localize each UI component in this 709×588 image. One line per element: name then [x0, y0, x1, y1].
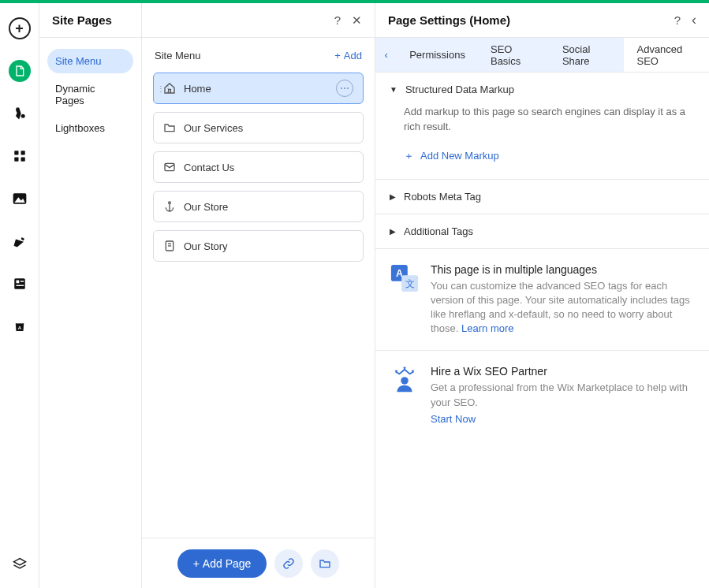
section-robots: ▶ Robots Meta Tag [375, 180, 709, 214]
close-icon[interactable]: ✕ [352, 13, 362, 28]
translate-icon: A文 [390, 263, 420, 293]
page-item-contact-us[interactable]: Contact Us [153, 151, 364, 183]
page-label: Our Store [184, 201, 228, 213]
info-multilanguage: A文 This page is in multiple languages Yo… [375, 249, 709, 351]
svg-rect-1 [14, 151, 18, 154]
left-rail: + A [0, 3, 39, 588]
add-item-link[interactable]: + Add [334, 50, 362, 61]
site-menu-subtitle: Site Menu [155, 50, 201, 61]
add-markup-link[interactable]: ＋ Add New Markup [390, 138, 695, 168]
content-icon[interactable] [9, 273, 31, 295]
plus-icon: ＋ [404, 149, 414, 163]
tab-permissions[interactable]: Permissions [397, 38, 478, 72]
section-toggle-robots[interactable]: ▶ Robots Meta Tag [390, 191, 695, 203]
page-item-our-store[interactable]: Our Store [153, 191, 364, 222]
page-item-home[interactable]: ⋮⋮ Home ⋯ [153, 73, 364, 104]
tab-social-share[interactable]: Social Share [550, 38, 625, 72]
theme-icon[interactable] [9, 102, 31, 125]
page-label: Contact Us [184, 162, 234, 173]
help-icon[interactable]: ? [334, 13, 341, 27]
page-label: Our Story [184, 240, 228, 252]
section-toggle-structured[interactable]: ▼ Structured Data Markup [390, 84, 695, 95]
svg-rect-7 [14, 278, 25, 289]
section-structured-data: ▼ Structured Data Markup Add markup to t… [375, 73, 709, 180]
svg-rect-2 [21, 151, 24, 154]
page-label: Home [184, 83, 211, 95]
svg-rect-4 [21, 158, 24, 162]
info-lang-title: This page is in multiple languages [431, 263, 695, 276]
plus-icon: + [193, 557, 200, 570]
more-icon[interactable]: ⋯ [336, 80, 353, 97]
svg-rect-10 [16, 285, 24, 287]
folder-button-icon[interactable] [311, 549, 339, 578]
chevron-right-icon: ▶ [390, 227, 396, 236]
info-lang-text: You can customize the advanced SEO tags … [431, 279, 695, 337]
info-seo-partner: Hire a Wix SEO Partner Get a professiona… [375, 350, 709, 438]
page-settings-panel: Page Settings (Home) ? ‹ ‹ Permissions S… [375, 3, 709, 588]
help-icon[interactable]: ? [674, 13, 681, 27]
page-item-our-services[interactable]: Our Services [153, 112, 364, 143]
tab-advanced-seo[interactable]: Advanced SEO [624, 38, 709, 72]
apps-icon[interactable] [9, 145, 31, 167]
anchor-icon [163, 200, 176, 213]
expert-icon [390, 365, 420, 395]
add-icon[interactable]: + [9, 17, 31, 39]
info-seo-text: Get a professional from the Wix Marketpl… [431, 381, 695, 409]
svg-text:A: A [17, 326, 21, 330]
svg-point-13 [169, 202, 171, 204]
pages-nav-panel: Site Pages Site Menu Dynamic Pages Light… [39, 3, 142, 588]
nav-lightboxes[interactable]: Lightboxes [47, 116, 133, 140]
page-settings-title: Page Settings (Home) [388, 13, 674, 27]
site-pages-title: Site Pages [52, 13, 129, 27]
media-icon[interactable] [9, 188, 31, 210]
chevron-right-icon: ▶ [390, 192, 396, 201]
nav-dynamic-pages[interactable]: Dynamic Pages [47, 76, 133, 113]
pages-list-panel: Site Pages ? ✕ Site Menu + Add ⋮⋮ Home ⋯ [142, 3, 375, 588]
drag-handle-icon[interactable]: ⋮⋮ [157, 84, 171, 93]
page-item-our-story[interactable]: Our Story [153, 230, 364, 262]
svg-point-24 [401, 378, 409, 385]
info-seo-title: Hire a Wix SEO Partner [431, 365, 695, 378]
start-now-link[interactable]: Start Now [431, 413, 695, 425]
mail-icon [163, 161, 176, 173]
svg-text:文: 文 [405, 278, 415, 289]
svg-rect-3 [14, 158, 18, 162]
section-toggle-additional[interactable]: ▶ Additional Tags [390, 225, 695, 237]
svg-rect-9 [20, 281, 24, 282]
layers-icon[interactable] [9, 553, 31, 575]
add-page-button[interactable]: + Add Page [177, 549, 267, 578]
settings-tabs: ‹ Permissions SEO Basics Social Share Ad… [375, 38, 709, 73]
tab-seo-basics[interactable]: SEO Basics [478, 38, 550, 72]
svg-rect-8 [16, 281, 19, 284]
blog-icon[interactable] [9, 230, 31, 252]
svg-point-0 [21, 114, 24, 118]
plus-icon: + [334, 50, 341, 61]
nav-site-menu[interactable]: Site Menu [47, 49, 133, 73]
structured-desc: Add markup to this page so search engine… [390, 95, 695, 138]
page-icon [163, 240, 176, 252]
section-additional: ▶ Additional Tags [375, 214, 709, 249]
page-label: Our Services [184, 122, 243, 134]
store-icon[interactable]: A [9, 315, 31, 337]
link-icon[interactable] [274, 549, 303, 578]
folder-icon [163, 121, 176, 134]
pages-icon[interactable] [9, 60, 31, 82]
chevron-left-icon[interactable]: ‹ [692, 12, 696, 28]
learn-more-link[interactable]: Learn more [461, 322, 513, 334]
chevron-down-icon: ▼ [390, 85, 397, 94]
tabs-scroll-left[interactable]: ‹ [375, 38, 397, 72]
